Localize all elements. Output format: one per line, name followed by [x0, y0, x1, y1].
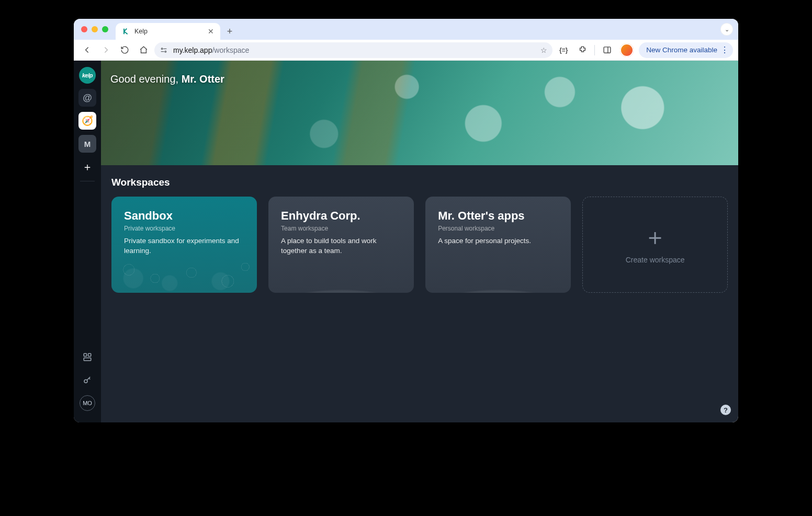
greeting-prefix: Good evening,	[110, 73, 182, 85]
hero-banner: Good evening, Mr. Otter	[101, 61, 738, 165]
sidebar-add-button[interactable]: ＋	[78, 158, 96, 176]
workspace-title: Enhydra Corp.	[281, 209, 401, 223]
svg-rect-2	[604, 47, 611, 53]
url-text: my.kelp.app/workspace	[173, 46, 249, 54]
close-window-button[interactable]	[81, 26, 87, 32]
maximize-window-button[interactable]	[102, 26, 108, 32]
workspace-card-enhydra[interactable]: Enhydra Corp. Team workspace A place to …	[268, 197, 414, 293]
close-tab-button[interactable]: ✕	[208, 27, 214, 36]
svg-rect-5	[88, 353, 91, 356]
help-button[interactable]: ?	[720, 405, 731, 415]
browser-tab[interactable]: Kelp ✕	[116, 23, 220, 40]
svg-point-1	[165, 51, 166, 52]
bookmark-icon[interactable]: ☆	[540, 46, 547, 54]
side-panel-button[interactable]	[599, 42, 615, 58]
new-tab-button[interactable]: +	[222, 24, 237, 39]
tab-list-dropdown[interactable]: ⌄	[720, 23, 733, 36]
address-bar[interactable]: my.kelp.app/workspace ☆	[154, 42, 552, 58]
site-settings-icon[interactable]	[160, 46, 168, 54]
letter-m-icon: M	[84, 140, 91, 148]
sidebar-item-m[interactable]: M	[78, 135, 96, 153]
workspace-title: Mr. Otter's apps	[438, 209, 558, 223]
workspace-description: A space for personal projects.	[438, 236, 558, 246]
workspaces-heading: Workspaces	[101, 165, 738, 197]
menu-dots-icon: ⋮	[720, 45, 729, 55]
workspace-subtitle: Private workspace	[124, 225, 244, 232]
workspace-subtitle: Personal workspace	[438, 225, 558, 232]
window-controls	[81, 19, 108, 40]
tab-strip: Kelp ✕ + ⌄	[74, 19, 738, 40]
tab-favicon	[122, 27, 130, 36]
workspace-title: Sandbox	[124, 209, 244, 223]
extension-code-icon[interactable]: {=}	[556, 42, 571, 58]
sidebar-item-mentions[interactable]: @	[78, 89, 96, 107]
browser-toolbar: my.kelp.app/workspace ☆ {=} New Chrome a…	[74, 40, 738, 61]
back-button[interactable]	[79, 42, 95, 58]
sidebar-item-rocket[interactable]: 🧭	[78, 112, 96, 130]
sidebar-apps-button[interactable]	[80, 349, 95, 365]
home-button[interactable]	[136, 42, 151, 58]
greeting-name: Mr. Otter	[182, 73, 224, 85]
svg-rect-4	[84, 353, 86, 356]
rocket-icon: 🧭	[82, 115, 93, 127]
reload-button[interactable]	[117, 42, 132, 58]
main-content: Good evening, Mr. Otter Workspaces Sandb…	[101, 61, 738, 422]
create-workspace-card[interactable]: ＋ Create workspace	[582, 197, 728, 293]
minimize-window-button[interactable]	[92, 26, 98, 32]
workspace-description: A place to build tools and work together…	[281, 236, 401, 256]
browser-window: Kelp ✕ + ⌄ my.kelp.app/workspace ☆ {=}	[74, 19, 738, 422]
sidebar-key-button[interactable]	[80, 372, 95, 388]
greeting-text: Good evening, Mr. Otter	[110, 73, 224, 85]
plus-icon: ＋	[644, 225, 667, 248]
forward-button[interactable]	[98, 42, 114, 58]
chrome-update-label: New Chrome available	[646, 46, 717, 54]
workspace-card-personal[interactable]: Mr. Otter's apps Personal workspace A sp…	[425, 197, 571, 293]
app-viewport: kelp @ 🧭 M ＋ MO	[74, 61, 738, 422]
workspace-description: Private sandbox for experiments and lear…	[124, 236, 244, 256]
app-logo[interactable]: kelp	[79, 67, 96, 84]
sidebar-bottom: MO	[80, 349, 95, 416]
chrome-update-button[interactable]: New Chrome available ⋮	[639, 42, 733, 58]
profile-avatar[interactable]	[620, 43, 634, 57]
svg-point-7	[84, 380, 87, 383]
at-icon: @	[83, 93, 92, 104]
tab-title: Kelp	[134, 28, 148, 35]
app-sidebar: kelp @ 🧭 M ＋ MO	[74, 61, 101, 422]
create-workspace-label: Create workspace	[626, 256, 685, 264]
sidebar-divider	[80, 181, 95, 181]
sidebar-user-avatar[interactable]: MO	[80, 395, 95, 411]
svg-rect-6	[84, 358, 91, 361]
workspace-cards: Sandbox Private workspace Private sandbo…	[101, 197, 738, 293]
workspace-card-sandbox[interactable]: Sandbox Private workspace Private sandbo…	[111, 197, 257, 293]
extensions-button[interactable]	[574, 42, 590, 58]
plus-icon: ＋	[82, 160, 93, 174]
workspace-subtitle: Team workspace	[281, 225, 401, 232]
svg-point-0	[161, 48, 163, 50]
toolbar-divider	[594, 45, 595, 55]
